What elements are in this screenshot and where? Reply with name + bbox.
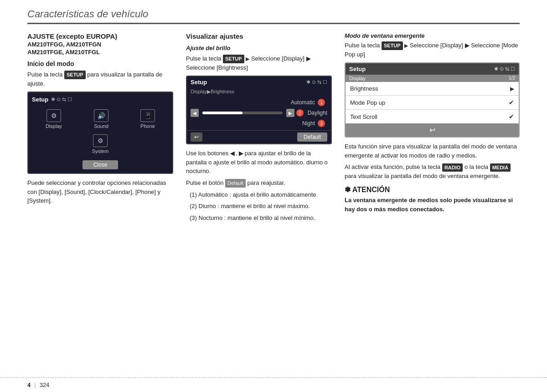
right-screen-title: Setup: [349, 66, 366, 72]
setup-badge-3: SETUP: [382, 41, 403, 50]
mode-title: Modo de ventana emergente: [345, 32, 520, 39]
menu-system-label: System: [92, 148, 109, 154]
default-button[interactable]: Default: [297, 132, 327, 142]
brightness-header: Setup ✱ ⊙ ⇆ ☐: [187, 76, 331, 88]
right-arrow-icon: ▶: [239, 150, 244, 157]
right-body-text1: Esta función sirve para visualizar la pa…: [345, 142, 520, 160]
setup-screen-header: Setup ✱ ⊙ ⇆ ☐: [32, 96, 169, 103]
mode-instruction: Pulse la tecla SETUP ▶ Seleccione [Displ…: [345, 41, 520, 59]
menu-phone-label: Phone: [140, 123, 155, 129]
setup-screen-left: Setup ✱ ⊙ ⇆ ☐ ⚙ Display 🔊 Sound 📱 Phone: [27, 92, 173, 174]
menu-row-brightness[interactable]: Brightness ▶: [346, 82, 519, 96]
right-setup-screen: Setup ✱ ⊙ ⇆ ☐ Display 1/2 Brightness ▶ M…: [345, 62, 520, 137]
setup-menu-items: ⚙ Display 🔊 Sound 📱 Phone: [32, 107, 169, 132]
menu-phone[interactable]: 📱 Phone: [140, 109, 155, 129]
brightness-header-icons: ✱ ⊙ ⇆ ☐: [306, 79, 327, 85]
page-indicator: 1/2: [509, 76, 515, 81]
attention-title: ✽ ATENCIÓN: [345, 185, 520, 194]
text-scroll-label: Text Scroll: [350, 113, 377, 120]
right-header-icons: ✱ ⊙ ⇆ ☐: [494, 66, 515, 72]
setup-menu-bottom-items: ⚙ System: [32, 132, 169, 157]
text-scroll-check-icon: ✔: [509, 113, 514, 120]
automatic-label: Automatic: [291, 99, 315, 106]
mid-main-title: Visualizar ajustes: [186, 32, 332, 40]
brillo-arrow: ▶: [246, 55, 249, 63]
left-body-text: Puede seleccionar y controlar opciones r…: [27, 178, 173, 205]
back-button[interactable]: ↩: [191, 132, 202, 142]
mode-popup-check-icon: ✔: [509, 99, 514, 106]
mode-popup-label: Mode Pop up: [350, 99, 385, 106]
left-main-title: AJUSTE (excepto EUROPA): [27, 32, 173, 40]
circle-2: 2: [296, 109, 304, 117]
radio-badge: RADIO: [442, 163, 463, 172]
phone-icon: 📱: [140, 109, 155, 122]
list-item-1: (1) Automático : ajusta el brillo automá…: [190, 190, 332, 199]
page-title: Características de vehículo: [27, 8, 148, 20]
right-breadcrumb: Display 1/2: [346, 75, 519, 82]
mid-use-text: Use los botones ◀ , ▶ para ajustar el br…: [186, 149, 332, 176]
slider-right-btn[interactable]: ▶: [286, 109, 294, 117]
brightness-options: Automatic 1 ◀ ▶ 2 Daylight: [187, 96, 331, 130]
left-arrow-icon: ◀: [230, 150, 236, 157]
brightness-menu-label: Brightness: [350, 85, 378, 92]
slider-left-btn[interactable]: ◀: [191, 109, 199, 117]
page-header: Características de vehículo: [27, 0, 520, 24]
menu-display[interactable]: ⚙ Display: [46, 109, 62, 129]
inicio-heading: Inicio del modo: [27, 60, 173, 67]
brightness-arrow-icon: ▶: [510, 86, 514, 92]
circle-1: 1: [318, 99, 325, 106]
brightness-screen: Setup ✱ ⊙ ⇆ ☐ Display▶Brightness Automat…: [186, 76, 332, 144]
brightness-path: Display▶Brightness: [187, 88, 331, 96]
left-subtitle2: AM210TFGE, AM210TFGL: [27, 49, 173, 56]
page-sub-number: 324: [40, 382, 50, 388]
setup-menu-close: Close: [32, 160, 169, 169]
menu-display-label: Display: [46, 123, 62, 129]
system-icon: ⚙: [93, 134, 108, 147]
list-item-3: (3) Nocturno : mantiene el brillo al niv…: [190, 214, 332, 223]
night-label: Night: [302, 120, 315, 127]
list-item-2: (2) Diurno : mantiene el brillo al nivel…: [190, 202, 332, 211]
left-subtitle1: AM210TFGG, AM210TFGN: [27, 41, 173, 48]
attention-text: La ventana emergente de medios solo pued…: [345, 196, 520, 215]
daylight-label: Daylight: [308, 110, 327, 116]
right-menu-content: Brightness ▶ Mode Pop up ✔ Text Scroll ✔: [346, 82, 519, 123]
mode-arrow: ▶: [404, 42, 408, 50]
page-footer: 4 | 324: [0, 377, 547, 392]
slider-track: [202, 112, 283, 114]
setup-badge-2: SETUP: [223, 55, 244, 63]
right-setup-header: Setup ✱ ⊙ ⇆ ☐: [346, 63, 519, 75]
option-night-row: Night 3: [187, 118, 331, 128]
option-daylight-row: ◀ ▶ 2 Daylight: [187, 107, 331, 118]
setup-screen-title: Setup: [32, 96, 48, 103]
brightness-screen-title: Setup: [191, 79, 207, 86]
close-button[interactable]: Close: [83, 160, 119, 169]
mid-list: (1) Automático : ajusta el brillo automá…: [186, 190, 332, 223]
menu-sound[interactable]: 🔊 Sound: [94, 109, 108, 129]
right-back-button[interactable]: ↩: [346, 123, 519, 137]
default-inline-badge: Default: [225, 179, 246, 188]
attention-section: ✽ ATENCIÓN La ventana emergente de medio…: [345, 185, 520, 215]
page-separator: |: [34, 382, 36, 388]
page-number: 4: [27, 382, 31, 388]
sound-icon: 🔊: [94, 109, 108, 122]
right-column: Modo de ventana emergente Pulse la tecla…: [345, 32, 520, 225]
mid-pulse-text: Pulse el botón Default para reajustar.: [186, 178, 332, 188]
circle-3: 3: [318, 120, 325, 127]
mid-column: Visualizar ajustes Ajuste del brillo Pul…: [186, 32, 332, 225]
brillo-subtitle: Ajuste del brillo: [186, 45, 332, 51]
inicio-text: Pulse la tecla SETUP para visualizar la …: [27, 70, 173, 88]
menu-row-text-scroll[interactable]: Text Scroll ✔: [346, 110, 519, 123]
option-automatic: Automatic 1: [187, 97, 331, 107]
brillo-instruction: Pulse la tecla SETUP ▶ Seleccione [Displ…: [186, 54, 332, 72]
menu-row-mode-popup[interactable]: Mode Pop up ✔: [346, 96, 519, 110]
slider-fill: [202, 112, 243, 114]
left-column: AJUSTE (excepto EUROPA) AM210TFGG, AM210…: [27, 32, 173, 225]
media-badge: MEDIA: [490, 163, 511, 172]
brightness-footer: ↩ Default: [187, 130, 331, 143]
setup-badge-1: SETUP: [64, 71, 86, 79]
setup-header-icons: ✱ ⊙ ⇆ ☐: [51, 97, 72, 102]
menu-system[interactable]: ⚙ System: [92, 134, 109, 154]
menu-sound-label: Sound: [94, 123, 108, 129]
display-icon: ⚙: [46, 109, 61, 122]
right-body-text2: Al activar esta función, pulse la tecla …: [345, 163, 520, 180]
